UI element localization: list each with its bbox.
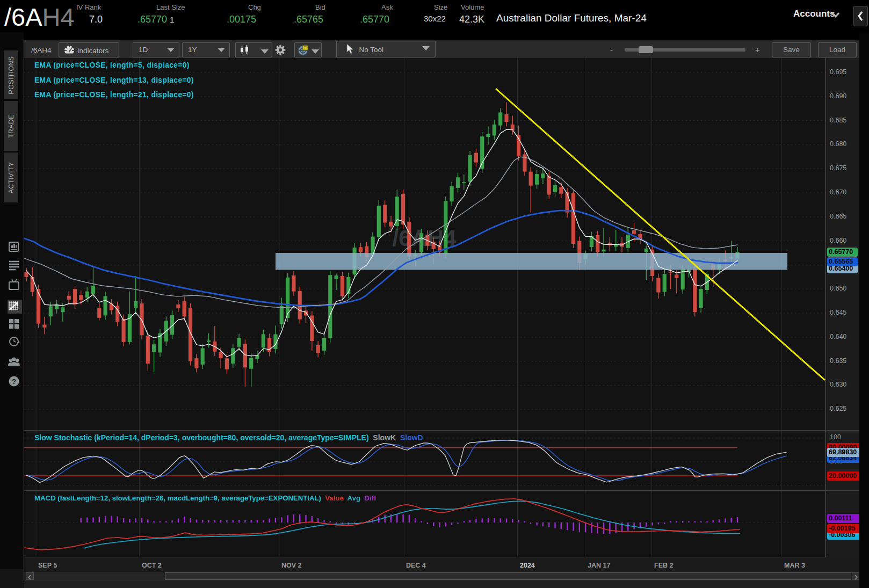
svg-text:?: ?: [12, 378, 16, 386]
